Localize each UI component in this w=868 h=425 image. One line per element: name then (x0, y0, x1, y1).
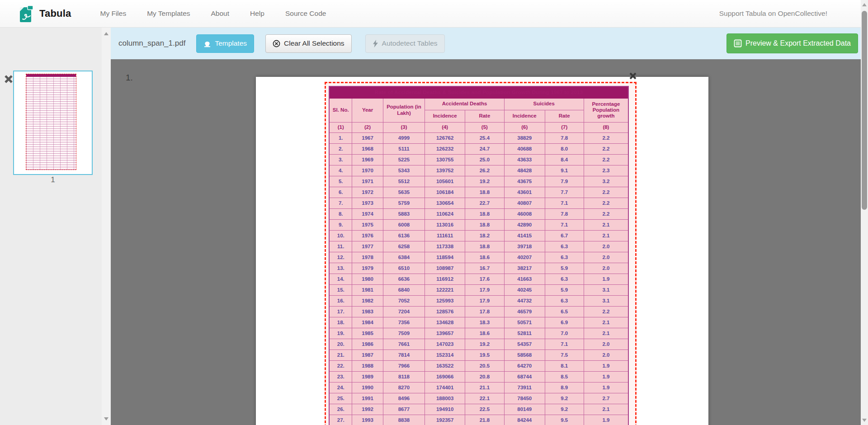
table-cell: 1.9 (584, 360, 628, 371)
table-cell: 9. (329, 219, 352, 230)
scrollbar-thumb[interactable] (862, 11, 867, 210)
scroll-up-icon[interactable] (862, 3, 867, 6)
table-cell: 2.2 (584, 154, 628, 165)
nav-item-help[interactable]: Help (250, 9, 264, 18)
brand-home-link[interactable]: Tabula (19, 4, 71, 23)
table-cell: 113016 (425, 219, 465, 230)
table-cell: 19.2 (465, 339, 505, 349)
table-cell: 23. (329, 371, 352, 382)
page-scrollbar[interactable] (861, 0, 868, 425)
column-header-rate: Rate (545, 110, 584, 122)
nav-item-about[interactable]: About (211, 9, 230, 18)
table-cell: 46579 (504, 306, 545, 317)
table-cell: 21.1 (465, 382, 505, 393)
table-cell: 1984 (352, 317, 383, 328)
table-cell: 1987 (352, 349, 383, 360)
column-header-rate: Rate (465, 110, 505, 122)
nav-item-my-files[interactable]: My Files (100, 9, 126, 18)
column-number: (5) (465, 122, 505, 132)
preview-export-button[interactable]: Preview & Export Extracted Data (726, 33, 858, 53)
table-cell: 3.1 (584, 295, 628, 306)
table-cell: 5225 (383, 154, 425, 165)
table-cell: 43633 (504, 154, 545, 165)
remove-page-icon[interactable] (4, 74, 14, 84)
table-cell: 6.7 (545, 230, 584, 241)
table-cell: 2.0 (584, 349, 628, 360)
scroll-down-icon[interactable] (104, 417, 108, 420)
table-row: 13.1979651010898716.7382175.92.0 (329, 263, 628, 274)
table-cell: 5.9 (545, 284, 584, 295)
table-row: 1.1967499912676225.4388297.82.2 (329, 132, 628, 143)
clear-all-selections-button[interactable]: Clear All Selections (265, 34, 352, 53)
table-row: 14.1980663611691217.6416636.31.9 (329, 274, 628, 284)
table-cell: 188003 (425, 393, 465, 404)
table-cell: 111611 (425, 230, 465, 241)
table-cell: 1980 (352, 274, 383, 284)
table-cell: 26.2 (465, 165, 505, 176)
table-cell: 1968 (352, 143, 383, 154)
page-thumbnail[interactable] (13, 71, 93, 175)
support-opencollective-link[interactable]: Support Tabula on OpenCollective! (719, 9, 827, 18)
pdf-table: Rate of Accidental Deaths & Suicides and… (329, 86, 629, 425)
table-cell: 1.9 (584, 415, 628, 425)
pdf-page[interactable]: Rate of Accidental Deaths & Suicides and… (256, 77, 708, 425)
table-row: 10.1976613611161118.2414156.72.1 (329, 230, 628, 241)
table-list-icon (734, 39, 742, 47)
scroll-up-icon[interactable] (104, 32, 108, 35)
autodetect-tables-button[interactable]: Autodetect Tables (365, 34, 445, 53)
scroll-down-icon[interactable] (862, 419, 867, 422)
remove-selection-icon[interactable] (628, 71, 637, 80)
column-header-sl-no: Sl. No. (329, 98, 352, 122)
table-row: 4.1970534313975226.2484289.12.3 (329, 165, 628, 176)
nav-item-my-templates[interactable]: My Templates (147, 9, 190, 18)
table-cell: 18.3 (465, 317, 505, 328)
table-cell: 10. (329, 230, 352, 241)
sidebar-scrollbar[interactable] (102, 28, 111, 425)
table-row: 20.1986766114702319.2543577.12.0 (329, 339, 628, 349)
table-cell: 2.2 (584, 198, 628, 208)
table-cell: 48428 (504, 165, 545, 176)
table-row: 11.1977625811733818.8397186.32.0 (329, 241, 628, 252)
table-row: 19.1985750913965718.6528117.02.1 (329, 328, 628, 339)
table-cell: 6.5 (545, 306, 584, 317)
column-number: (3) (383, 122, 425, 132)
table-cell: 19. (329, 328, 352, 339)
table-cell: 1974 (352, 208, 383, 219)
table-cell: 6840 (383, 284, 425, 295)
table-cell: 17.6 (465, 274, 505, 284)
table-cell: 16. (329, 295, 352, 306)
table-cell: 12. (329, 252, 352, 263)
table-cell: 1989 (352, 371, 383, 382)
table-cell: 1977 (352, 241, 383, 252)
table-cell: 18. (329, 317, 352, 328)
table-cell: 2.2 (584, 132, 628, 143)
table-cell: 38829 (504, 132, 545, 143)
table-cell: 22.1 (465, 393, 505, 404)
templates-button[interactable]: Templates (196, 34, 254, 53)
table-cell: 152314 (425, 349, 465, 360)
table-row: 25.1991849618800322.1784509.22.7 (329, 393, 628, 404)
table-cell: 20.5 (465, 360, 505, 371)
table-cell: 52811 (504, 328, 545, 339)
table-cell: 1976 (352, 230, 383, 241)
column-header-year: Year (352, 98, 383, 122)
table-cell: 8118 (383, 371, 425, 382)
table-cell: 117338 (425, 241, 465, 252)
table-cell: 22.7 (465, 198, 505, 208)
table-cell: 64270 (504, 360, 545, 371)
table-cell: 3.1 (584, 284, 628, 295)
table-selection-region[interactable]: Rate of Accidental Deaths & Suicides and… (325, 82, 637, 425)
table-cell: 7052 (383, 295, 425, 306)
toolbar: column_span_1.pdf Templates Clear All Se… (111, 28, 861, 59)
table-cell: 1.9 (584, 274, 628, 284)
table-cell: 7.8 (545, 132, 584, 143)
table-cell: 1972 (352, 187, 383, 198)
table-cell: 6636 (383, 274, 425, 284)
table-cell: 25. (329, 393, 352, 404)
table-cell: 6. (329, 187, 352, 198)
table-row: 15.1981684012222117.9402455.93.1 (329, 284, 628, 295)
nav-item-source-code[interactable]: Source Code (285, 9, 326, 18)
table-cell: 5759 (383, 198, 425, 208)
table-cell: 19.2 (465, 176, 505, 187)
table-cell: 80149 (504, 404, 545, 415)
